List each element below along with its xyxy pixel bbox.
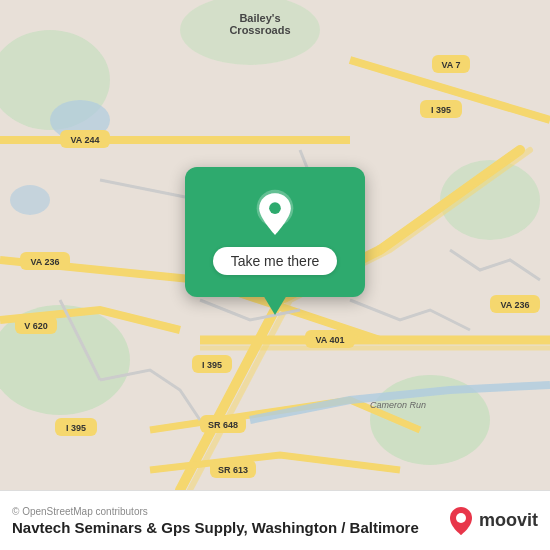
map-container: VA 244 VA 236 VA 401 I 395 I 395 VA 7 VA… — [0, 0, 550, 490]
location-pin-icon — [250, 189, 300, 239]
svg-text:V 620: V 620 — [24, 321, 48, 331]
business-name-line1: Navtech Seminars & Gps Supply, Washingto… — [12, 519, 345, 536]
moovit-icon — [447, 505, 475, 537]
attribution-text: © OpenStreetMap contributors — [12, 506, 447, 517]
svg-text:SR 613: SR 613 — [218, 465, 248, 475]
svg-text:SR 648: SR 648 — [208, 420, 238, 430]
svg-text:VA 244: VA 244 — [70, 135, 99, 145]
svg-text:I 395: I 395 — [202, 360, 222, 370]
svg-text:VA 236: VA 236 — [500, 300, 529, 310]
moovit-logo: moovit — [447, 505, 538, 537]
svg-point-35 — [269, 202, 281, 214]
svg-point-7 — [10, 185, 50, 215]
svg-text:Cameron Run: Cameron Run — [370, 400, 426, 410]
svg-text:VA 236: VA 236 — [30, 257, 59, 267]
svg-point-36 — [456, 513, 466, 523]
svg-text:Crossroads: Crossroads — [229, 24, 290, 36]
svg-text:Bailey's: Bailey's — [239, 12, 280, 24]
business-name-line2: Baltimore — [350, 519, 419, 536]
svg-text:VA 401: VA 401 — [315, 335, 344, 345]
take-me-there-button[interactable]: Take me there — [213, 247, 338, 275]
footer: © OpenStreetMap contributors Navtech Sem… — [0, 490, 550, 550]
moovit-label: moovit — [479, 510, 538, 531]
svg-text:VA 7: VA 7 — [441, 60, 460, 70]
svg-text:I 395: I 395 — [66, 423, 86, 433]
svg-text:I 395: I 395 — [431, 105, 451, 115]
popup-card: Take me there — [185, 167, 365, 297]
map-popup: Take me there — [185, 167, 365, 297]
footer-text-block: © OpenStreetMap contributors Navtech Sem… — [12, 506, 447, 536]
business-name: Navtech Seminars & Gps Supply, Washingto… — [12, 519, 447, 536]
